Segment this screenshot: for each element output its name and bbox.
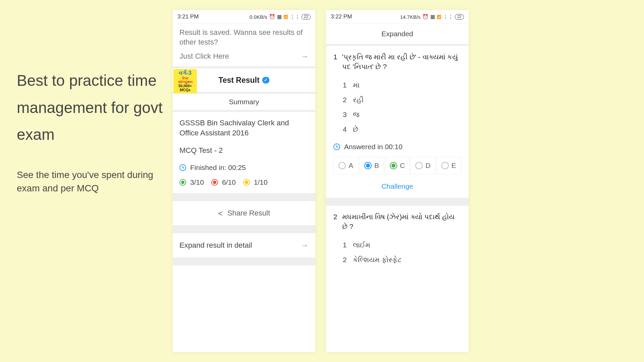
clock-icon bbox=[333, 143, 340, 150]
question-1-block: 1 'પ્રકૃતિ જ મારી મા રહી છે' - વાક્યમાં … bbox=[326, 46, 469, 138]
q1-option-3: 3જ bbox=[343, 107, 461, 122]
expanded-title: Expanded bbox=[326, 24, 469, 44]
status-time: 3:21 PM bbox=[177, 13, 199, 20]
signal-icon: 📶 bbox=[437, 15, 441, 19]
headline: Best to practice time management for gov… bbox=[17, 67, 164, 148]
q1-text: 'પ્રકૃતિ જ મારી મા રહી છે' - વાક્યમાં કય… bbox=[342, 52, 461, 72]
expand-label: Expand result in detail bbox=[179, 241, 252, 250]
wrong-dot-icon bbox=[211, 179, 218, 186]
finished-text: Finished in: 00:25 bbox=[190, 164, 246, 172]
varg-badge: વર્ગ-3 પેપર સોલ્યુશન 50,000+ MCQs bbox=[173, 69, 197, 93]
battery-icon: 22 bbox=[302, 14, 311, 20]
test-result-title: Test Result bbox=[218, 76, 259, 85]
alarm-icon: ⏰ bbox=[269, 14, 275, 20]
share-icon: < bbox=[218, 209, 223, 218]
q2-number: 2 bbox=[333, 212, 337, 232]
score-row: 3/10 6/10 1/10 bbox=[173, 176, 315, 193]
subheadline: See the time you've spent during exam an… bbox=[17, 168, 164, 195]
sim-icon: ▦ bbox=[430, 14, 435, 20]
phone-screenshot-expanded: 3:22 PM 14.7KB/s ⏰ ▦ 📶 ⋮⋮ 22 Expanded 1 … bbox=[326, 10, 469, 352]
phone-screenshot-result: 3:21 PM 0.0KB/s ⏰ ▦ 📶 ⋮⋮ 22 Result is sa… bbox=[173, 10, 315, 352]
status-icons: 14.7KB/s ⏰ ▦ 📶 ⋮⋮ 22 bbox=[400, 14, 464, 20]
clock-icon bbox=[179, 164, 186, 171]
arrow-right-icon: → bbox=[301, 241, 309, 250]
answer-choice-row: A B C D E bbox=[326, 156, 469, 179]
q1-number: 1 bbox=[333, 52, 337, 72]
wrong-score: 6/10 bbox=[222, 178, 236, 186]
status-bar: 3:22 PM 14.7KB/s ⏰ ▦ 📶 ⋮⋮ 22 bbox=[326, 10, 469, 23]
finished-row: Finished in: 00:25 bbox=[173, 164, 315, 176]
q1-option-4: 4છે bbox=[343, 122, 461, 137]
click-here-label: Just Click Here bbox=[179, 52, 229, 61]
choice-d[interactable]: D bbox=[411, 157, 436, 174]
verified-icon bbox=[262, 76, 270, 84]
exam-block: GSSSB Bin Sachivalay Clerk and Office As… bbox=[173, 112, 315, 163]
exam-name: GSSSB Bin Sachivalay Clerk and Office As… bbox=[179, 118, 309, 138]
summary-label: Summary bbox=[173, 94, 315, 110]
question-2-block: 2 મધમાખીના વિષ (ઝેર)માં ક્યો પદાર્થ હોય … bbox=[326, 206, 469, 268]
choice-c[interactable]: C bbox=[385, 157, 410, 174]
signal-icon: 📶 bbox=[283, 15, 288, 19]
answered-text: Answered in 00:10 bbox=[344, 143, 402, 151]
correct-answer-icon bbox=[390, 162, 397, 169]
skipped-dot-icon bbox=[243, 179, 250, 186]
q1-option-2: 2રહી bbox=[343, 93, 461, 107]
status-bar: 3:21 PM 0.0KB/s ⏰ ▦ 📶 ⋮⋮ 22 bbox=[173, 10, 315, 23]
click-here-link[interactable]: Just Click Here → bbox=[173, 49, 315, 66]
battery-icon: 22 bbox=[455, 14, 464, 20]
wifi-icon: ⋮⋮ bbox=[443, 14, 453, 20]
selected-answer-icon bbox=[364, 162, 372, 169]
marketing-text: Best to practice time management for gov… bbox=[17, 67, 164, 195]
sim-icon: ▦ bbox=[277, 14, 282, 20]
share-label: Share Result bbox=[227, 209, 270, 218]
notice-text: Result is saved. Wanna see results of ot… bbox=[179, 28, 309, 47]
alarm-icon: ⏰ bbox=[422, 14, 429, 20]
answered-row: Answered in 00:10 bbox=[326, 138, 469, 156]
skipped-score: 1/10 bbox=[254, 178, 268, 186]
expand-result-button[interactable]: Expand result in detail → bbox=[173, 233, 315, 257]
share-result-button[interactable]: < Share Result bbox=[173, 201, 315, 225]
challenge-button[interactable]: Challenge bbox=[326, 179, 469, 198]
status-time: 3:22 PM bbox=[331, 13, 352, 20]
wifi-icon: ⋮⋮ bbox=[290, 14, 300, 20]
arrow-right-icon: → bbox=[301, 52, 309, 61]
q2-option-1: 1લાઈમ bbox=[343, 238, 461, 252]
q1-option-1: 1મા bbox=[343, 78, 461, 93]
q2-option-2: 2કેલ્શિયમ ફોસ્ફેટ bbox=[343, 252, 461, 267]
result-header: વર્ગ-3 પેપર સોલ્યુશન 50,000+ MCQs Test R… bbox=[173, 68, 315, 92]
choice-e[interactable]: E bbox=[436, 157, 461, 174]
status-icons: 0.0KB/s ⏰ ▦ 📶 ⋮⋮ 22 bbox=[250, 14, 311, 20]
correct-score: 3/10 bbox=[190, 178, 204, 186]
choice-b[interactable]: B bbox=[359, 157, 384, 174]
test-name: MCQ Test - 2 bbox=[179, 146, 309, 155]
correct-dot-icon bbox=[179, 179, 186, 186]
q2-text: મધમાખીના વિષ (ઝેર)માં ક્યો પદાર્થ હોય છે… bbox=[342, 212, 461, 232]
choice-a[interactable]: A bbox=[333, 157, 359, 174]
notice-block: Result is saved. Wanna see results of ot… bbox=[173, 24, 315, 49]
